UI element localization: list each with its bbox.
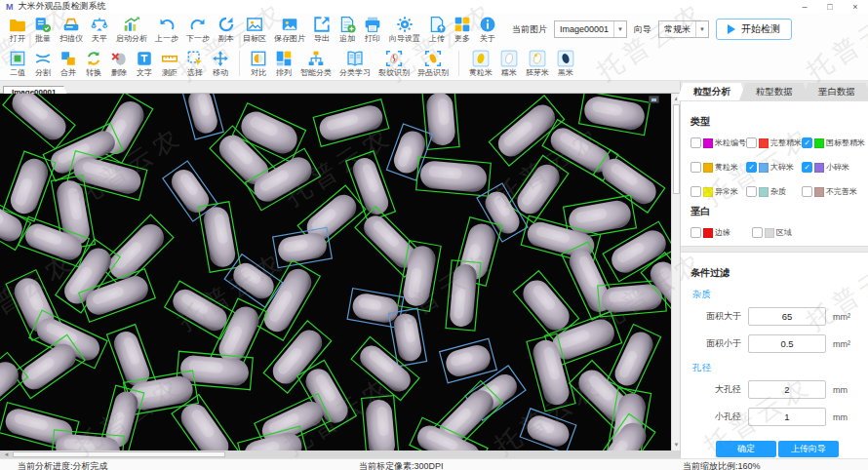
checkbox-item-小碎米[interactable]: ✓小碎米 (802, 162, 865, 173)
toolbar-button-label: 更多 (454, 35, 470, 43)
title-bar: M 大米外观品质检测系统 – □ × (0, 0, 868, 13)
edit-button-foreign[interactable]: 异品识别 (414, 50, 453, 77)
toolbar-button-upload[interactable]: 上传 (424, 16, 450, 43)
edit-button-convert[interactable]: 转换 (81, 50, 106, 77)
horizontal-scroll-thumb[interactable] (13, 451, 225, 457)
edit-button-ruler[interactable]: 测距 (157, 50, 182, 77)
toolbar-button-analyze[interactable]: 启动分析 (112, 16, 151, 43)
scroll-left-icon[interactable]: ◄ (2, 450, 11, 458)
navigator-toggle-icon[interactable] (649, 96, 659, 103)
toolbar-button-picture[interactable]: 保存图片 (270, 16, 309, 43)
edit-button-merge[interactable]: 合并 (56, 50, 81, 77)
panel-tab-0[interactable]: 粒型分析 (677, 83, 747, 100)
color-swatch (814, 187, 824, 197)
more-icon (454, 16, 471, 33)
checkbox-item-不完善米[interactable]: ✓不完善米 (802, 186, 865, 197)
checkbox-item-完整精米[interactable]: ✓完整精米 (746, 137, 802, 148)
toolbar-button-undo[interactable]: 上一步 (151, 16, 182, 43)
filter-unit: mm (833, 385, 848, 395)
checkbox-unchecked[interactable]: ✓ (690, 186, 701, 197)
filter-input-小孔径[interactable] (748, 408, 826, 426)
toolbar-button-scanner[interactable]: 扫描仪 (56, 16, 87, 43)
toolbar-button-label: 文字 (137, 69, 152, 77)
checkbox-item-国标整精米[interactable]: ✓国标整精米 (802, 137, 865, 148)
checkbox-item-米粒编号[interactable]: ✓米粒编号 (690, 137, 746, 148)
wizard-select[interactable]: 常规米 ▼ (658, 20, 709, 38)
toolbar-button-export[interactable]: 导出 (309, 16, 335, 43)
toolbar-button-gear[interactable]: 向导设置 (385, 16, 424, 43)
edit-button-move[interactable]: 移动 (208, 50, 233, 77)
edit-button-delete[interactable]: 删除 (106, 50, 132, 77)
edit-button-grain-white[interactable]: 糯米 (496, 50, 522, 77)
close-button[interactable]: × (843, 0, 868, 13)
edit-button-grain-yellow[interactable]: 黄粒米 (465, 50, 496, 77)
toolbar-button-copy[interactable]: 副本 (214, 16, 239, 43)
checkbox-unchecked[interactable]: ✓ (690, 162, 701, 173)
filter-input-面积大于[interactable] (748, 307, 826, 326)
confirm-button[interactable]: 确定 (716, 441, 776, 457)
panel-tab-2[interactable]: 垩白数据 (802, 83, 868, 100)
toolbar-button-scale[interactable]: 天平 (87, 16, 112, 43)
edit-button-grain-black[interactable]: 黑米 (553, 50, 578, 77)
checkbox-unchecked[interactable]: ✓ (752, 227, 763, 238)
edit-button-crack[interactable]: 裂纹识别 (375, 50, 414, 77)
vertical-scrollbar[interactable]: ▲ ▼ (671, 94, 680, 450)
checkbox-unchecked[interactable]: ✓ (802, 186, 812, 197)
filter-input-大孔径[interactable] (748, 380, 826, 399)
checkbox-item-黄粒米[interactable]: ✓黄粒米 (690, 162, 746, 173)
current-image-label: 当前图片 (512, 23, 547, 36)
move-icon (212, 50, 229, 67)
upload-wizard-button[interactable]: 上传向导 (778, 441, 839, 457)
filter-input-面积小于[interactable] (748, 334, 826, 353)
checkbox-checked[interactable]: ✓ (746, 162, 757, 173)
vertical-scroll-thumb[interactable] (673, 104, 680, 194)
specimen-viewport[interactable] (0, 94, 671, 450)
edit-button-book[interactable]: 分类学习 (335, 50, 375, 77)
toolbar-button-append[interactable]: 追加 (335, 16, 360, 43)
convert-icon (85, 50, 102, 67)
toolbar-button-batch[interactable]: 批量 (30, 16, 56, 43)
play-icon (728, 24, 735, 34)
current-image-select[interactable]: Image00001 ▼ (554, 20, 627, 38)
toolbar-button-more[interactable]: 更多 (450, 16, 475, 43)
checkbox-unchecked[interactable]: ✓ (746, 137, 757, 148)
checkbox-checked[interactable]: ✓ (802, 162, 812, 173)
checkbox-item-区域[interactable]: ✓区域 (752, 227, 804, 238)
checkbox-item-边缘[interactable]: ✓边缘 (690, 227, 752, 238)
toolbar-button-label: 批量 (35, 35, 51, 43)
grain-germ-icon (529, 50, 546, 67)
checkbox-unchecked[interactable]: ✓ (690, 137, 701, 148)
toolbar-button-redo[interactable]: 下一步 (182, 16, 214, 43)
checkbox-unchecked[interactable]: ✓ (746, 186, 757, 197)
checkbox-checked[interactable]: ✓ (802, 137, 812, 148)
checkbox-item-杂质[interactable]: ✓杂质 (746, 186, 802, 197)
analysis-panel: 粒型分析粒型数据垩白数据 类型 ✓米粒编号✓完整精米✓国标整精米✓黄粒米✓大碎米… (680, 81, 868, 458)
maximize-button[interactable]: □ (817, 0, 843, 13)
checkbox-item-大碎米[interactable]: ✓大碎米 (746, 162, 802, 173)
edit-button-contrast[interactable]: 对比 (246, 50, 271, 77)
edit-button-grain-germ[interactable]: 胚芽米 (522, 50, 553, 77)
toolbar-button-label: 黄粒米 (469, 69, 493, 77)
minimize-button[interactable]: – (792, 0, 817, 13)
type-checkbox-grid: ✓米粒编号✓完整精米✓国标整精米✓黄粒米✓大碎米✓小碎米✓异常米✓杂质✓不完善米 (690, 137, 860, 197)
start-detect-button[interactable]: 开始检测 (716, 19, 792, 40)
toolbar-button-label: 分割 (35, 69, 51, 77)
edit-button-select[interactable]: 选择 (182, 50, 208, 77)
edit-button-tree[interactable]: 智能分类 (296, 50, 335, 77)
target-icon (246, 16, 263, 33)
horizontal-scrollbar[interactable]: ◄ (0, 450, 680, 458)
app-window: M 大米外观品质检测系统 – □ × 打开批量扫描仪天平启动分析上一步下一步副本… (0, 0, 868, 470)
toolbar-button-info[interactable]: 关于 (475, 16, 500, 43)
edit-button-arrange[interactable]: 排列 (271, 50, 296, 77)
toolbar-button-label: 移动 (213, 69, 228, 77)
toolbar-button-folder[interactable]: 打开 (5, 16, 30, 43)
edit-button-binary[interactable]: 二值 (5, 50, 30, 77)
edit-button-split[interactable]: 分割 (30, 50, 56, 77)
toolbar-button-target[interactable]: 目标区 (239, 16, 270, 43)
checkbox-item-异常米[interactable]: ✓异常米 (690, 186, 746, 197)
toolbar-button-print[interactable]: 打印 (360, 16, 385, 43)
checkbox-unchecked[interactable]: ✓ (690, 227, 701, 238)
panel-tab-1[interactable]: 粒型数据 (739, 83, 809, 100)
edit-button-text[interactable]: 文字 (132, 50, 157, 77)
color-swatch (814, 163, 824, 173)
